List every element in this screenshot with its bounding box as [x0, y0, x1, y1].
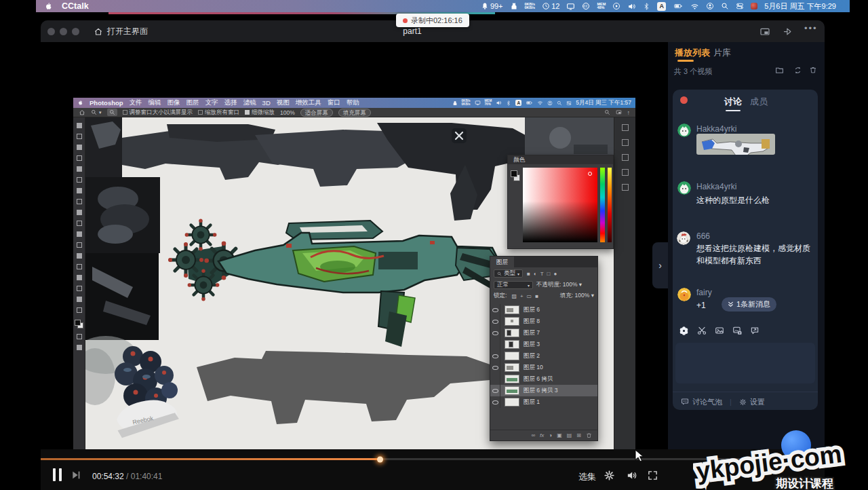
- message-username: fairy: [696, 288, 712, 297]
- ps-menu-item: 图层: [186, 98, 199, 107]
- video-tab-title[interactable]: part1: [378, 26, 446, 36]
- progress-fill: [41, 458, 380, 460]
- control-center-icon[interactable]: [736, 2, 744, 10]
- battery-icon[interactable]: [673, 2, 684, 10]
- ps-zoom-value: 100%: [280, 109, 295, 116]
- message-text: 想看这把抗原枪建模，感觉材质和模型都有新东西: [696, 242, 813, 267]
- ps-display-icon: [475, 100, 481, 106]
- ps-datetime: 5月4日 周三 下午1:57: [576, 99, 631, 107]
- ps-shirt-icon: [452, 100, 458, 106]
- volume-icon[interactable]: [627, 2, 636, 11]
- user-account-icon[interactable]: [706, 2, 714, 10]
- spotlight-search-icon[interactable]: [721, 2, 729, 10]
- ps-toggle-icon: [566, 100, 572, 106]
- ps-blend-mode: 正常▾: [494, 281, 533, 289]
- zoom-window-button[interactable]: [72, 28, 79, 35]
- fullscreen-icon[interactable]: [648, 470, 658, 480]
- tab-members[interactable]: 成员: [750, 96, 768, 108]
- ps-tool-icon: [77, 221, 82, 226]
- ps-tool-icon: [77, 145, 82, 150]
- ps-menu-item: 选择: [224, 98, 237, 107]
- sync-icon[interactable]: [793, 66, 802, 75]
- tab-playlist-underline: [677, 60, 694, 62]
- timer-status[interactable]: 12: [542, 2, 559, 10]
- chat-input[interactable]: [675, 343, 815, 383]
- message-username: Hakka4yrki: [696, 182, 736, 191]
- laundry-app-icon[interactable]: [510, 2, 518, 10]
- message-share-icon[interactable]: [750, 326, 760, 335]
- memory-status[interactable]: MEM48%: [597, 3, 606, 10]
- creative-cloud-icon[interactable]: [582, 2, 590, 10]
- trash-icon[interactable]: [809, 66, 817, 74]
- avatar[interactable]: [677, 181, 691, 195]
- eye-icon: [492, 389, 498, 393]
- ps-tool-icon: [77, 253, 82, 259]
- avatar[interactable]: [677, 231, 690, 245]
- message-image-thumbnail[interactable]: [696, 134, 775, 155]
- input-source-indicator[interactable]: A: [657, 2, 666, 11]
- eye-icon: [492, 308, 498, 312]
- next-video-button[interactable]: [71, 470, 81, 480]
- progress-handle[interactable]: [377, 456, 383, 462]
- scissors-icon[interactable]: [697, 326, 707, 335]
- avatar[interactable]: [677, 288, 691, 301]
- ps-menu-item: 滤镜: [243, 98, 256, 107]
- player-volume-icon[interactable]: [626, 470, 637, 481]
- ps-tool-icon: [77, 188, 82, 193]
- recording-label: 录制中02:16:16: [411, 16, 462, 26]
- tab-discussion[interactable]: 讨论: [724, 96, 742, 108]
- video-count: 共 3 个视频: [674, 67, 712, 77]
- wifi-icon[interactable]: [690, 2, 699, 11]
- home-icon: [94, 27, 103, 37]
- ps-opacity: 不透明度: 100% ▾: [536, 281, 582, 289]
- ps-lock-icons: ▨+▭■: [511, 293, 538, 299]
- player-settings-gear-icon[interactable]: [604, 470, 615, 481]
- sidebar-collapse-button[interactable]: ›: [652, 242, 668, 288]
- pause-button[interactable]: [53, 468, 62, 481]
- ps-layer-row: 图层 8: [490, 316, 597, 327]
- notification-bell[interactable]: 99+: [481, 2, 503, 10]
- settings-button[interactable]: 设置: [750, 397, 765, 407]
- recording-dot-icon: [403, 18, 408, 23]
- new-message-badge[interactable]: 1条新消息: [722, 297, 776, 312]
- ps-active-tool: [107, 109, 117, 116]
- ps-tool-icon: [77, 210, 82, 215]
- recording-indicator[interactable]: 录制中02:16:16: [396, 14, 469, 27]
- app-status-icon[interactable]: [751, 3, 757, 10]
- ps-menu-item: 文字: [205, 98, 218, 107]
- episodes-button[interactable]: 选集: [578, 471, 596, 483]
- menubar-app-name[interactable]: CCtalk: [62, 1, 89, 11]
- tab-library[interactable]: 片库: [713, 47, 731, 59]
- menubar-datetime[interactable]: 5月6日 周五 下午9:29: [764, 1, 836, 12]
- play-status-icon[interactable]: [612, 2, 620, 10]
- ps-window-controls: ↑: [604, 109, 631, 116]
- open-main-ui-button[interactable]: 打开主界面: [94, 26, 148, 37]
- pin-icon[interactable]: [783, 26, 793, 37]
- apple-menu-icon[interactable]: [44, 2, 53, 11]
- avatar[interactable]: [677, 124, 691, 137]
- ps-tool-icon: [77, 231, 82, 237]
- ps-layer-row: 图层 2: [490, 350, 597, 362]
- ps-tool-icon: [77, 286, 82, 291]
- minimize-window-button[interactable]: [60, 28, 67, 35]
- image-icon[interactable]: [715, 326, 724, 335]
- ps-shade-bar: [608, 168, 612, 242]
- tab-playlist[interactable]: 播放列表: [675, 47, 710, 59]
- bubble-toggle-button[interactable]: 讨论气泡: [692, 397, 722, 407]
- emoji-flower-icon[interactable]: [679, 326, 689, 336]
- ps-net-speed: 0KB/s0KB/s: [462, 100, 471, 106]
- video-surface[interactable]: Photoshop 文件 编辑 图像 图层 文字 选择 滤镜 3D 视图 增效工…: [41, 42, 668, 470]
- display-icon[interactable]: [566, 2, 575, 11]
- ps-apple-icon: [77, 100, 83, 106]
- network-speed[interactable]: 0KB/s0KB/s: [525, 3, 536, 10]
- more-options-icon[interactable]: •••: [804, 23, 818, 33]
- close-window-button[interactable]: [47, 28, 55, 35]
- ps-tool-icon: [77, 334, 82, 339]
- eye-icon: [492, 354, 498, 358]
- ps-menubar: Photoshop 文件 编辑 图像 图层 文字 选择 滤镜 3D 视图 增效工…: [73, 98, 635, 108]
- screenshot-icon[interactable]: [732, 326, 742, 335]
- picture-in-picture-icon[interactable]: [760, 26, 770, 37]
- folder-icon[interactable]: [775, 66, 784, 75]
- bubble-icon: [681, 398, 689, 406]
- bluetooth-icon[interactable]: [643, 3, 650, 10]
